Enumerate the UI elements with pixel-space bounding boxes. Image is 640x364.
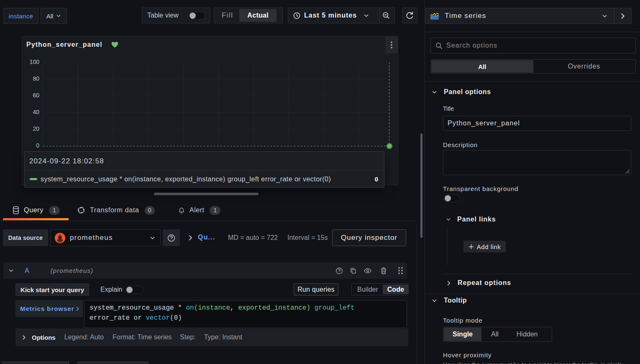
svg-text:20: 20: [33, 125, 39, 132]
svg-text:0: 0: [36, 142, 39, 149]
svg-text:40: 40: [33, 109, 39, 115]
svg-text:100: 100: [30, 59, 40, 65]
svg-text:80: 80: [33, 75, 39, 82]
svg-text:60: 60: [33, 92, 39, 99]
